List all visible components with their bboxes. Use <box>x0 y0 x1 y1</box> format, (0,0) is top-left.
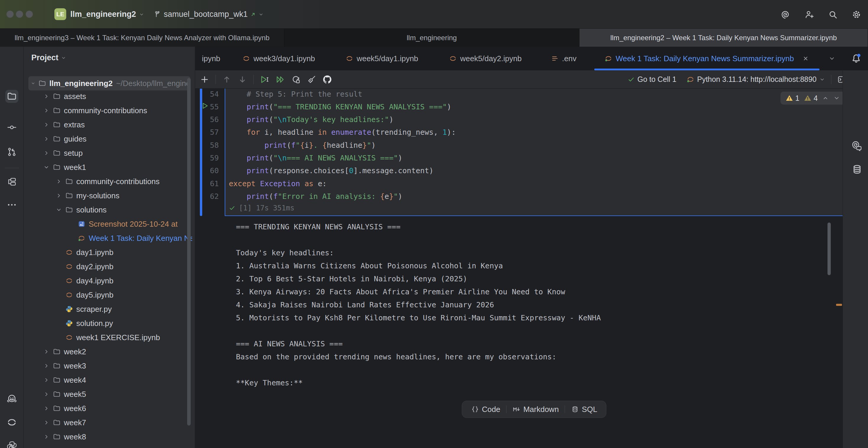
tool-window-project-folder[interactable] <box>5 90 18 103</box>
github-button[interactable] <box>322 75 332 84</box>
folder-icon <box>53 93 61 100</box>
add-sql-cell-button[interactable]: SQL <box>565 403 603 416</box>
goto-cell-button[interactable]: Go to Cell 1 <box>628 75 676 84</box>
tree-item[interactable]: day5.ipynb <box>24 288 192 302</box>
notebook-editor[interactable]: 54 # Step 5: Print the result55 print("=… <box>195 89 843 448</box>
project-panel-header[interactable]: Project <box>31 53 66 62</box>
tree-item[interactable]: extras <box>24 118 192 132</box>
tree-item[interactable]: my-solutions <box>24 189 192 203</box>
folder-icon <box>53 433 61 441</box>
tree-item[interactable]: day1.ipynb <box>24 245 192 259</box>
ai-logo-icon[interactable] <box>780 9 790 20</box>
error-stripe-mark[interactable] <box>836 304 842 306</box>
tree-item[interactable]: week1 EXERCISE.ipynb <box>24 330 192 345</box>
jupyter-icon <box>242 55 250 62</box>
add-code-cell-button[interactable]: Code <box>465 403 506 416</box>
inspections-widget[interactable]: 1 4 <box>780 92 843 105</box>
tree-item-label: week4 <box>64 376 86 385</box>
chevron-down-icon <box>139 12 144 17</box>
editor-tab[interactable]: ipynb <box>195 47 227 70</box>
tree-item[interactable]: day4.ipynb <box>24 274 192 288</box>
output-scrollbar[interactable] <box>828 223 831 275</box>
folder-icon <box>53 348 61 355</box>
editor-tab[interactable]: .env <box>537 47 590 70</box>
tree-item[interactable]: week6 <box>24 401 192 415</box>
tool-window-more[interactable] <box>5 198 18 211</box>
project-badge: LE <box>54 8 66 20</box>
window-tab[interactable]: llm_engineering3 – Week 1 Task: Kenyan D… <box>0 29 284 47</box>
tree-item[interactable]: week1 <box>24 160 192 174</box>
tree-item[interactable]: community-contributions <box>24 103 192 118</box>
window-tab[interactable]: llm_engineering <box>284 29 580 47</box>
warning-icon <box>804 94 812 102</box>
settings-icon[interactable] <box>851 9 862 20</box>
branch-selector[interactable]: samuel_bootcamp_wk1 <box>154 0 264 29</box>
tree-item[interactable]: week2 <box>24 345 192 359</box>
editor-tab[interactable]: week5/day1.ipynb <box>331 47 433 70</box>
close-icon[interactable] <box>802 55 809 62</box>
image-icon <box>78 220 86 228</box>
tree-item[interactable]: week7 <box>24 415 192 430</box>
next-issue-icon[interactable] <box>833 95 840 102</box>
tree-item[interactable]: Week 1 Task: Daily Kenyan News Summarize… <box>24 231 192 245</box>
folder-icon <box>53 405 61 412</box>
output-line: 2. Top 6 Best 5-Star Hotels in Nairobi, … <box>236 273 601 285</box>
window-zoom-button[interactable] <box>26 11 33 18</box>
window-tab[interactable]: llm_engineering2 – Week 1 Task: Daily Ke… <box>580 29 868 47</box>
kernel-selector[interactable]: Python 3.11.14: http://localhost:8890 <box>686 75 825 84</box>
search-icon[interactable] <box>828 9 838 20</box>
code-line: 62 print(f"Error in AI analysis: {e}") <box>202 190 402 203</box>
tool-window-ai-assistant[interactable] <box>850 139 864 152</box>
tree-item[interactable]: scraper.py <box>24 302 192 316</box>
prev-issue-icon[interactable] <box>822 95 829 102</box>
tool-window-jupyter-gray[interactable] <box>5 416 18 429</box>
tree-item[interactable]: solution.py <box>24 316 192 330</box>
tool-window-database[interactable] <box>850 163 864 176</box>
restart-kernel-button[interactable] <box>291 75 301 84</box>
tree-item[interactable]: community-contributions <box>24 174 192 189</box>
tree-item[interactable]: solutions <box>24 203 192 217</box>
tree-item-label: day1.ipynb <box>76 248 114 257</box>
editor-tab[interactable]: week3/day1.ipynb <box>227 47 331 70</box>
tree-item[interactable]: week4 <box>24 373 192 387</box>
editor-tab[interactable]: Week 1 Task: Daily Kenyan News Summarize… <box>590 47 824 70</box>
tree-item[interactable]: day2.ipynb <box>24 259 192 274</box>
tree-item-root[interactable]: llm_engineering2 ~/Desktop/llm_engineeri… <box>28 76 190 90</box>
tree-item[interactable]: .env <box>24 444 192 448</box>
move-up-button[interactable] <box>222 75 231 84</box>
tool-window-python-gray[interactable] <box>5 440 18 448</box>
tree-item[interactable]: assets <box>24 89 192 103</box>
add-cell-label: SQL <box>582 405 597 414</box>
tree-item[interactable]: week3 <box>24 359 192 373</box>
window-minimize-button[interactable] <box>16 11 23 18</box>
tool-window-huggingface[interactable] <box>5 392 18 406</box>
clear-outputs-button[interactable] <box>307 75 316 84</box>
window-close-button[interactable] <box>6 11 13 18</box>
tool-window-structure[interactable] <box>5 175 18 188</box>
tree-item[interactable]: week8 <box>24 430 192 444</box>
add-cell-button[interactable] <box>200 75 209 84</box>
add-markdown-cell-button[interactable]: Markdown <box>506 403 565 416</box>
tool-window-commit[interactable] <box>5 121 18 134</box>
output-line: Today's key headlines: <box>236 247 601 259</box>
output-line <box>236 324 601 338</box>
editor-tab[interactable]: week5/day2.ipynb <box>433 47 537 70</box>
add-user-icon[interactable] <box>804 9 814 20</box>
jupyter-active-icon <box>78 234 86 242</box>
notebook-toolbar-right: Go to Cell 1 Python 3.11.14: http://loca… <box>628 75 868 84</box>
jupyter-kernel-icon <box>686 75 694 83</box>
tree-item[interactable]: Screenshot 2025-10-24 at <box>24 217 192 231</box>
run-cell-button[interactable] <box>260 75 269 84</box>
project-selector[interactable]: llm_engineering2 <box>70 0 144 29</box>
output-line: 3. Kenya Airways: 20 Facts About Africa'… <box>236 285 601 298</box>
tool-window-pull-request[interactable] <box>5 146 18 158</box>
editor-tab-bar: ipynbweek3/day1.ipynbweek5/day1.ipynbwee… <box>195 47 868 70</box>
tree-item[interactable]: week5 <box>24 387 192 401</box>
move-down-button[interactable] <box>238 75 247 84</box>
hidden-tabs-chevron[interactable] <box>824 47 840 70</box>
tree-scrollbar[interactable] <box>187 78 191 425</box>
run-all-button[interactable] <box>276 75 285 84</box>
notifications-bell[interactable] <box>847 50 865 67</box>
tree-item[interactable]: guides <box>24 132 192 146</box>
tree-item[interactable]: setup <box>24 146 192 160</box>
